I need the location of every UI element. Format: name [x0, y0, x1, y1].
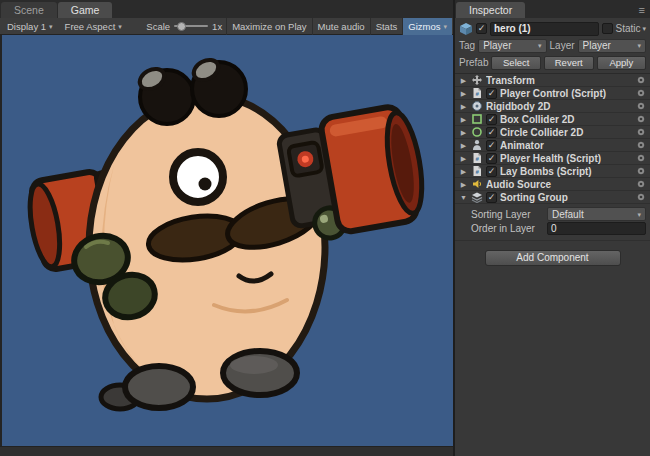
game-toolbar: Display 1 ▾ Free Aspect ▾ Scale 1x Maxim…	[0, 18, 453, 35]
component-header-lay-bombs[interactable]: ▶ ✓ Lay Bombs (Script)	[455, 165, 650, 178]
foldout-arrow-icon[interactable]: ▶	[459, 77, 468, 84]
chevron-down-icon: ▾	[538, 42, 542, 49]
gameobject-name-field[interactable]	[490, 22, 599, 36]
tab-inspector[interactable]: Inspector	[456, 2, 525, 18]
gear-icon[interactable]	[636, 192, 646, 202]
prefab-apply-button[interactable]: Apply	[597, 56, 647, 70]
foldout-arrow-icon[interactable]: ▶	[459, 155, 468, 162]
audio-source-icon	[471, 178, 483, 190]
layer-dropdown[interactable]: Player ▾	[578, 39, 646, 53]
inspector-body: ✓ Static ▾ Tag Player ▾ Layer	[455, 18, 650, 456]
foldout-arrow-icon[interactable]: ▶	[459, 142, 468, 149]
script-icon	[471, 87, 483, 99]
static-toggle[interactable]: Static ▾	[602, 23, 646, 34]
tab-inspector-label: Inspector	[469, 4, 512, 16]
foldout-arrow-icon[interactable]: ▶	[459, 90, 468, 97]
aspect-dropdown[interactable]: Free Aspect ▾	[59, 19, 128, 34]
chevron-down-icon: ▾	[49, 23, 53, 30]
component-header-sorting-group[interactable]: ▼ ✓ Sorting Group	[455, 191, 650, 204]
component-header-circle-collider2d[interactable]: ▶ ✓ Circle Collider 2D	[455, 126, 650, 139]
sorting-layer-label: Sorting Layer	[471, 209, 543, 220]
scale-slider-knob[interactable]	[177, 22, 186, 31]
add-component-button[interactable]: Add Component	[485, 250, 621, 266]
active-checkbox[interactable]: ✓	[476, 23, 487, 34]
component-name: Circle Collider 2D	[500, 127, 633, 138]
layer-value: Player	[583, 40, 636, 51]
mute-audio-button[interactable]: Mute audio	[312, 18, 370, 35]
sorting-layer-value: Default	[552, 209, 635, 220]
component-name: Lay Bombs (Script)	[500, 166, 633, 177]
component-enabled-checkbox[interactable]: ✓	[486, 88, 497, 99]
gear-icon[interactable]	[636, 75, 646, 85]
gameobject-header: ✓ Static ▾ Tag Player ▾ Layer	[455, 18, 650, 74]
chevron-down-icon: ▾	[118, 23, 122, 30]
game-viewport[interactable]	[0, 35, 453, 446]
panel-menu-icon[interactable]: ≡	[639, 2, 645, 18]
order-in-layer-field[interactable]	[547, 222, 646, 235]
hero-monocle	[173, 152, 223, 202]
maximize-on-play-button[interactable]: Maximize on Play	[226, 18, 311, 35]
prefab-revert-button[interactable]: Revert	[544, 56, 594, 70]
sorting-layer-dropdown[interactable]: Default ▾	[547, 207, 646, 221]
gear-icon[interactable]	[636, 153, 646, 163]
scale-control: Scale 1x	[146, 21, 226, 32]
scale-label: Scale	[146, 21, 170, 32]
component-header-transform[interactable]: ▶ Transform	[455, 74, 650, 87]
inspector-tabbar: Inspector ≡	[455, 0, 650, 18]
component-enabled-checkbox[interactable]: ✓	[486, 166, 497, 177]
tag-dropdown[interactable]: Player ▾	[478, 39, 546, 53]
prefab-select-button[interactable]: Select	[491, 56, 541, 70]
foldout-arrow-icon[interactable]: ▶	[459, 168, 468, 175]
chevron-down-icon: ▾	[638, 42, 642, 49]
gizmos-button[interactable]: Gizmos ▾	[402, 18, 452, 35]
tab-game[interactable]: Game	[58, 2, 113, 18]
foldout-arrow-icon[interactable]: ▶	[459, 116, 468, 123]
foldout-arrow-icon[interactable]: ▶	[459, 103, 468, 110]
gear-icon[interactable]	[636, 114, 646, 124]
tab-game-label: Game	[71, 4, 100, 16]
foldout-arrow-icon[interactable]: ▼	[459, 194, 468, 201]
gear-icon[interactable]	[636, 166, 646, 176]
component-name: Player Health (Script)	[500, 153, 633, 164]
layer-label: Layer	[550, 40, 575, 51]
tag-label: Tag	[459, 40, 475, 51]
aspect-dropdown-label: Free Aspect	[65, 21, 116, 32]
prefab-label: Prefab	[459, 57, 488, 68]
component-name: Audio Source	[486, 179, 633, 190]
foldout-arrow-icon[interactable]: ▶	[459, 129, 468, 136]
component-enabled-checkbox[interactable]: ✓	[486, 192, 497, 203]
chevron-down-icon: ▾	[637, 211, 641, 218]
component-enabled-checkbox[interactable]: ✓	[486, 153, 497, 164]
component-name: Transform	[486, 75, 633, 86]
component-header-player-health[interactable]: ▶ ✓ Player Health (Script)	[455, 152, 650, 165]
display-dropdown[interactable]: Display 1 ▾	[1, 19, 59, 34]
static-label: Static	[615, 23, 640, 34]
checkmark-icon: ✓	[488, 167, 496, 176]
component-name: Player Control (Script)	[500, 88, 633, 99]
gear-icon[interactable]	[636, 101, 646, 111]
scale-slider[interactable]	[174, 25, 208, 27]
gear-icon[interactable]	[636, 127, 646, 137]
circle-collider2d-icon	[471, 126, 483, 138]
gear-icon[interactable]	[636, 140, 646, 150]
component-header-audio-source[interactable]: ▶ Audio Source	[455, 178, 650, 191]
component-header-animator[interactable]: ▶ ✓ Animator	[455, 139, 650, 152]
component-enabled-checkbox[interactable]: ✓	[486, 114, 497, 125]
component-header-player-control[interactable]: ▶ ✓ Player Control (Script)	[455, 87, 650, 100]
tab-scene[interactable]: Scene	[1, 2, 57, 18]
component-name: Rigidbody 2D	[486, 101, 633, 112]
component-header-box-collider2d[interactable]: ▶ ✓ Box Collider 2D	[455, 113, 650, 126]
chevron-down-icon[interactable]: ▾	[642, 25, 646, 32]
checkmark-icon: ✓	[488, 89, 496, 98]
tab-scene-label: Scene	[14, 4, 44, 16]
sorting-group-icon	[471, 191, 483, 203]
gear-icon[interactable]	[636, 179, 646, 189]
component-header-rigidbody2d[interactable]: ▶ Rigidbody 2D	[455, 100, 650, 113]
static-checkbox[interactable]	[602, 23, 613, 34]
component-enabled-checkbox[interactable]: ✓	[486, 127, 497, 138]
inspector-panel: Inspector ≡ ✓ Static ▾ Tag	[453, 0, 650, 456]
gear-icon[interactable]	[636, 88, 646, 98]
component-enabled-checkbox[interactable]: ✓	[486, 140, 497, 151]
foldout-arrow-icon[interactable]: ▶	[459, 181, 468, 188]
stats-button[interactable]: Stats	[370, 18, 403, 35]
